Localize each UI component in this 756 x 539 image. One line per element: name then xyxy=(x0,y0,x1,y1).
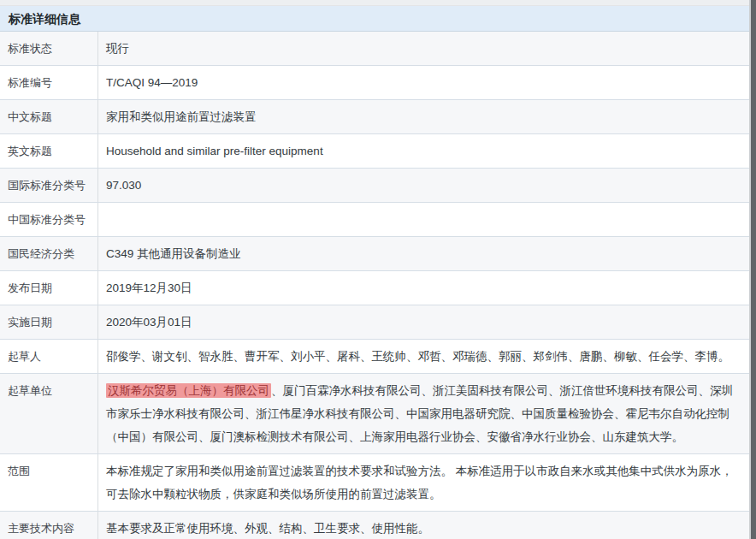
row-value: 本标准规定了家用和类似用途前置过滤装置的技术要求和试验方法。 本标准适用于以市政… xyxy=(98,454,750,511)
row-value: 基本要求及正常使用环境、外观、结构、卫生要求、使用性能。 xyxy=(98,512,750,539)
row-label: 英文标题 xyxy=(0,134,98,168)
table-row: 标准编号 T/CAQI 94—2019 xyxy=(0,66,750,100)
row-value: 汉斯希尔贸易（上海）有限公司、厦门百霖净水科技有限公司、浙江美固科技有限公司、浙… xyxy=(98,374,750,453)
row-value-text: 本标准规定了家用和类似用途前置过滤装置的技术要求和试验方法。 本标准适用于以市政… xyxy=(106,465,733,500)
row-label: 国民经济分类 xyxy=(0,237,98,270)
row-value: 家用和类似用途前置过滤装置 xyxy=(98,100,750,133)
row-value: T/CAQI 94—2019 xyxy=(98,66,750,99)
row-value-text: 现行 xyxy=(106,42,129,55)
row-value: 97.030 xyxy=(98,169,750,202)
table-row: 范围 本标准规定了家用和类似用途前置过滤装置的技术要求和试验方法。 本标准适用于… xyxy=(0,454,750,512)
row-value-text: C349 其他通用设备制造业 xyxy=(106,247,241,260)
table-row: 发布日期 2019年12月30日 xyxy=(0,271,750,305)
table-row: 中文标题 家用和类似用途前置过滤装置 xyxy=(0,100,750,134)
row-value-text: Household and similar pre-filter equipme… xyxy=(106,145,323,157)
row-value: 现行 xyxy=(98,32,750,65)
table-row: 中国标准分类号 xyxy=(0,203,750,237)
row-label: 标准编号 xyxy=(0,66,98,99)
window-right-edge xyxy=(751,0,756,539)
row-value: 2019年12月30日 xyxy=(98,271,750,305)
row-label: 发布日期 xyxy=(0,271,98,305)
table-row: 标准状态 现行 xyxy=(0,32,750,66)
table-row: 实施日期 2020年03月01日 xyxy=(0,305,750,340)
table-row: 国民经济分类 C349 其他通用设备制造业 xyxy=(0,237,750,271)
row-label: 国际标准分类号 xyxy=(0,169,98,202)
highlighted-company: 汉斯希尔贸易（上海）有限公司 xyxy=(106,383,271,398)
row-value-text: 97.030 xyxy=(106,179,141,192)
row-value-text: 基本要求及正常使用环境、外观、结构、卫生要求、使用性能。 xyxy=(106,522,429,535)
row-value: 2020年03月01日 xyxy=(98,305,750,339)
table-row: 起草人 邵俊学、谢文钊、智永胜、曹开军、刘小平、屠科、王统帅、邓哲、邓瑞德、郭丽… xyxy=(0,340,750,374)
row-label: 标准状态 xyxy=(0,32,98,65)
row-label: 范围 xyxy=(0,454,98,511)
table-row: 起草单位 汉斯希尔贸易（上海）有限公司、厦门百霖净水科技有限公司、浙江美固科技有… xyxy=(0,374,750,454)
row-value-text: 2020年03月01日 xyxy=(106,316,192,329)
row-label: 主要技术内容 xyxy=(0,512,98,539)
row-value-text: 家用和类似用途前置过滤装置 xyxy=(106,110,257,123)
row-value: C349 其他通用设备制造业 xyxy=(98,237,750,270)
page-top-strip xyxy=(0,0,756,6)
row-label: 中国标准分类号 xyxy=(0,203,98,236)
table-row: 英文标题 Household and similar pre-filter eq… xyxy=(0,134,750,169)
standard-detail-panel: 标准详细信息 标准状态 现行 标准编号 T/CAQI 94—2019 中文标题 … xyxy=(0,6,750,539)
row-label: 起草单位 xyxy=(0,374,98,453)
row-label: 起草人 xyxy=(0,340,98,373)
row-label: 实施日期 xyxy=(0,305,98,339)
panel-title: 标准详细信息 xyxy=(0,6,750,32)
row-value-text: 2019年12月30日 xyxy=(106,281,192,294)
row-value-text: 邵俊学、谢文钊、智永胜、曹开军、刘小平、屠科、王统帅、邓哲、邓瑞德、郭丽、郑剑伟… xyxy=(106,350,729,363)
table-row: 国际标准分类号 97.030 xyxy=(0,169,750,203)
table-row: 主要技术内容 基本要求及正常使用环境、外观、结构、卫生要求、使用性能。 xyxy=(0,512,750,539)
detail-table: 标准状态 现行 标准编号 T/CAQI 94—2019 中文标题 家用和类似用途… xyxy=(0,32,750,539)
row-value-text: T/CAQI 94—2019 xyxy=(106,76,198,89)
row-label: 中文标题 xyxy=(0,100,98,133)
row-value: Household and similar pre-filter equipme… xyxy=(98,134,750,168)
row-value xyxy=(98,203,750,236)
row-value: 邵俊学、谢文钊、智永胜、曹开军、刘小平、屠科、王统帅、邓哲、邓瑞德、郭丽、郑剑伟… xyxy=(98,340,750,373)
